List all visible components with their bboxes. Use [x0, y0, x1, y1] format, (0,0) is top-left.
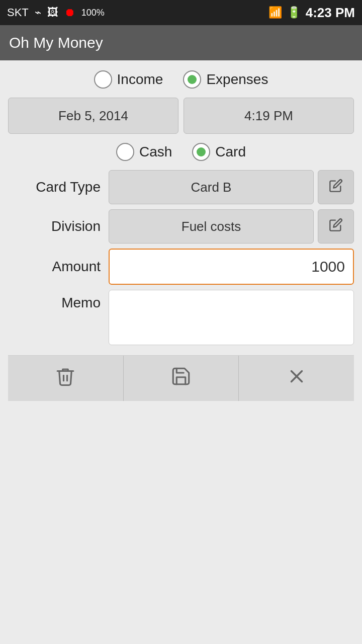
income-option[interactable]: Income	[94, 70, 163, 89]
memo-label: Memo	[8, 290, 109, 311]
usb-icon: ⌁	[35, 6, 41, 19]
pencil-icon-2	[329, 218, 343, 235]
status-left: SKT ⌁ 🖼 ⏺ 100%	[7, 6, 105, 19]
card-type-edit-button[interactable]	[318, 170, 354, 204]
amount-input[interactable]	[109, 249, 354, 285]
expenses-radio[interactable]	[183, 70, 201, 89]
amount-input-wrapper	[109, 249, 354, 285]
expenses-option[interactable]: Expenses	[183, 70, 268, 89]
cash-radio[interactable]	[116, 143, 134, 161]
battery-icon: 🔋	[287, 6, 301, 19]
memo-input-wrapper	[109, 290, 354, 345]
app-title: Oh My Money	[9, 34, 103, 51]
time-button[interactable]: 4:19 PM	[184, 98, 354, 134]
image-icon: 🖼	[47, 6, 58, 19]
card-type-input-wrapper: Card B	[109, 170, 354, 204]
expenses-label: Expenses	[206, 71, 268, 88]
income-label: Income	[117, 71, 163, 88]
save-button[interactable]	[124, 356, 239, 401]
division-label: Division	[8, 218, 109, 234]
division-input-wrapper: Fuel costs	[109, 209, 354, 244]
status-time: 4:23 PM	[306, 5, 355, 21]
transaction-type-group: Income Expenses	[8, 70, 354, 89]
card-option[interactable]: Card	[192, 143, 246, 161]
payment-type-group: Cash Card	[8, 143, 354, 161]
pencil-icon	[329, 179, 343, 196]
close-icon	[286, 366, 307, 391]
trash-icon	[55, 366, 76, 391]
card-type-row: Card Type Card B	[8, 170, 354, 204]
status-bar: SKT ⌁ 🖼 ⏺ 100% 📶 🔋 4:23 PM	[0, 0, 362, 25]
income-radio[interactable]	[94, 70, 112, 89]
card-radio[interactable]	[192, 143, 210, 161]
record-icon: ⏺	[64, 6, 75, 19]
main-content: Income Expenses Feb 5, 2014 4:19 PM Cash…	[0, 60, 362, 644]
amount-row: Amount	[8, 249, 354, 285]
datetime-row: Feb 5, 2014 4:19 PM	[8, 98, 354, 134]
card-type-label: Card Type	[8, 179, 109, 195]
card-type-select[interactable]: Card B	[109, 170, 314, 204]
save-icon	[170, 366, 192, 391]
cash-option[interactable]: Cash	[116, 143, 172, 161]
signal-icon: 📶	[268, 6, 282, 19]
division-select[interactable]: Fuel costs	[109, 209, 314, 244]
carrier-label: SKT	[7, 6, 29, 19]
battery-percent: 100%	[81, 8, 105, 18]
memo-row: Memo	[8, 290, 354, 345]
date-button[interactable]: Feb 5, 2014	[8, 98, 178, 134]
app-bar: Oh My Money	[0, 25, 362, 60]
close-button[interactable]	[239, 356, 354, 401]
bottom-toolbar	[8, 355, 354, 401]
delete-button[interactable]	[8, 356, 124, 401]
cash-label: Cash	[139, 144, 172, 160]
division-edit-button[interactable]	[318, 209, 354, 244]
card-label: Card	[215, 144, 246, 160]
memo-input[interactable]	[109, 290, 354, 345]
amount-label: Amount	[8, 259, 109, 275]
status-right: 📶 🔋 4:23 PM	[268, 5, 355, 21]
division-row: Division Fuel costs	[8, 209, 354, 244]
